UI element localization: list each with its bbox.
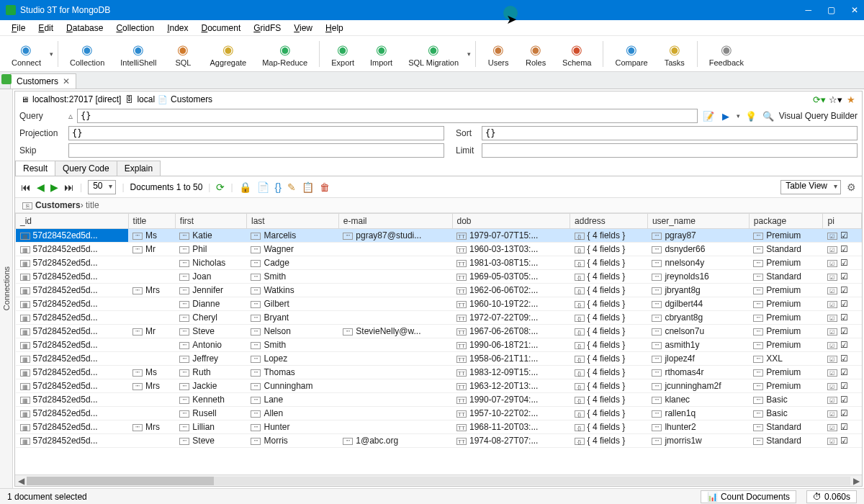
history-dropdown-icon[interactable]: ⟳▾ [813,93,826,106]
connections-pane-collapsed[interactable]: Connections [0,89,13,488]
results-table-wrap[interactable]: _idtitlefirstlaste-maildobaddressuser_na… [15,213,862,474]
add-document-icon[interactable]: 📄 [257,181,269,193]
column-header[interactable]: title [128,214,175,229]
toolbar-connect[interactable]: ◉Connect [4,40,48,68]
menu-help[interactable]: Help [320,22,349,35]
cell: ☑☑ [823,393,862,407]
page-size-select[interactable]: 50 [88,180,116,194]
toolbar-intellishell[interactable]: ◉IntelliShell [113,40,163,68]
skip-input[interactable] [68,143,444,158]
query-input[interactable] [77,109,698,123]
toolbar-collection[interactable]: ◉Collection [63,40,112,68]
toolbar-sql-migration[interactable]: ◉SQL Migration [401,40,466,68]
toolbar-export[interactable]: ◉Export [324,40,361,68]
tab-customers[interactable]: Customers ✕ [10,73,76,89]
lock-icon[interactable]: 🔒 [239,181,251,193]
visual-builder-icon[interactable]: 🔍 [762,109,775,122]
sort-input[interactable] [482,126,858,140]
cell: TT1968-11-20T03:... [452,420,570,434]
menu-file[interactable]: File [6,22,31,35]
result-tab-query-code[interactable]: Query Code [55,161,117,176]
documents-range-label: Documents 1 to 50 [130,182,203,192]
table-row[interactable]: ▦57d28452ed5d...""Jeffrey""LopezTT1958-0… [16,352,862,366]
column-header[interactable]: first [175,214,246,229]
collapse-icon[interactable] [1,74,12,84]
first-page-button[interactable]: ⏮ [21,181,31,193]
toolbar-schema[interactable]: ◉Schema [555,40,598,68]
column-header[interactable]: address [570,214,648,229]
prev-page-button[interactable]: ◀ [37,181,45,193]
toolbar-aggregate[interactable]: ◉Aggregate [202,40,253,68]
table-row[interactable]: ▦57d28452ed5d...""Joan""SmithTT1969-05-0… [16,270,862,284]
edit-query-icon[interactable]: 📝 [702,109,715,122]
table-row[interactable]: ▦57d28452ed5d...""Cheryl""BryantTT1972-0… [16,311,862,325]
toolbar-map-reduce[interactable]: ◉Map-Reduce [255,40,315,68]
toolbar-compare[interactable]: ◉Compare [608,40,654,68]
view-json-icon[interactable]: {} [275,181,282,193]
delete-document-icon[interactable]: 🗑 [320,181,330,193]
edit-document-icon[interactable]: ✎ [287,181,296,193]
hint-icon[interactable]: 💡 [744,109,757,122]
favorite-icon[interactable]: ☆▾ [829,93,842,106]
table-row[interactable]: ▦57d28452ed5d...""Nicholas""CadgeTT1981-… [16,256,862,270]
column-header[interactable]: _id [16,214,129,229]
toolbar-users[interactable]: ◉Users [480,40,516,68]
table-row[interactable]: ▦57d28452ed5d...""Antonio""SmithTT1990-0… [16,338,862,352]
result-tab-explain[interactable]: Explain [117,161,161,176]
cell: ""klanec [647,393,749,407]
toolbar-sql[interactable]: ◉SQL [165,40,201,68]
visual-query-builder-link[interactable]: Visual Query Builder [779,111,858,121]
tab-close-icon[interactable]: ✕ [63,76,70,86]
chevron-down-icon[interactable]: ▾ [50,50,53,58]
refresh-button[interactable]: ⟳ [216,181,225,193]
column-header[interactable]: last [246,214,338,229]
menu-document[interactable]: Document [196,22,247,35]
count-documents-button[interactable]: 📊 Count Documents [701,490,796,503]
table-row[interactable]: ▦57d28452ed5d...""Dianne""GilbertTT1960-… [16,297,862,311]
scroll-left-icon[interactable]: ◀ [15,476,27,486]
menu-database[interactable]: Database [60,22,109,35]
table-row[interactable]: ▦57d28452ed5d...""Mrs""Jennifer""Watkins… [16,284,862,297]
toolbar-roles[interactable]: ◉Roles [518,40,554,68]
menu-index[interactable]: Index [161,22,194,35]
table-row[interactable]: ▦57d28452ed5d...""Mrs""Jackie""Cunningha… [16,379,862,393]
table-row[interactable]: ▦57d28452ed5d...""Kenneth""LaneTT1990-07… [16,393,862,407]
next-page-button[interactable]: ▶ [50,181,58,193]
column-header[interactable]: user_name [647,214,749,229]
toolbar-tasks[interactable]: ◉Tasks [657,40,693,68]
table-row[interactable]: ▦57d28452ed5d...""Steve""Morris""1@abc.o… [16,434,862,448]
column-header[interactable]: e-mail [338,214,452,229]
column-header[interactable]: pi [823,214,862,229]
run-query-button[interactable]: ▶ [719,109,732,122]
minimize-button[interactable]: ─ [805,5,811,15]
result-tab-result[interactable]: Result [15,161,55,176]
settings-gear-icon[interactable]: ⚙ [847,181,856,193]
collapse-query-icon[interactable]: ▵ [68,111,73,121]
column-header[interactable]: dob [452,214,570,229]
column-header[interactable]: package [749,214,823,229]
last-page-button[interactable]: ⏭ [64,181,74,193]
table-row[interactable]: ▦57d28452ed5d...""Rusell""AllenTT1957-10… [16,407,862,420]
cell: ""Wagner [246,243,338,256]
table-row[interactable]: ▦57d28452ed5d...""Ms""Ruth""ThomasTT1983… [16,366,862,379]
projection-input[interactable] [68,126,444,140]
table-row[interactable]: ▦57d28452ed5d...""Mr""Phil""WagnerTT1960… [16,243,862,256]
horizontal-scrollbar[interactable]: ◀ ▶ [15,474,862,486]
table-row[interactable]: ▦57d28452ed5d...""Ms""Katie""Marcelis""p… [16,229,862,243]
menu-gridfs[interactable]: GridFS [248,22,287,35]
table-row[interactable]: ▦57d28452ed5d...""Mrs""Lillian""HunterTT… [16,420,862,434]
toolbar-import[interactable]: ◉Import [363,40,400,68]
menu-edit[interactable]: Edit [32,22,59,35]
view-mode-select[interactable]: Table View [780,180,841,194]
scroll-right-icon[interactable]: ▶ [850,476,862,486]
menu-collection[interactable]: Collection [110,22,160,35]
copy-document-icon[interactable]: 📋 [302,181,314,193]
toolbar-feedback[interactable]: ◉Feedback [702,40,751,68]
chevron-down-icon[interactable]: ▾ [467,50,471,58]
menu-view[interactable]: View [288,22,318,35]
maximize-button[interactable]: ▢ [827,5,835,15]
bookmark-icon[interactable]: ★ [845,93,858,106]
close-button[interactable]: ✕ [851,5,858,15]
limit-input[interactable] [482,143,858,158]
table-row[interactable]: ▦57d28452ed5d...""Mr""Steve""Nelson""Ste… [16,325,862,338]
